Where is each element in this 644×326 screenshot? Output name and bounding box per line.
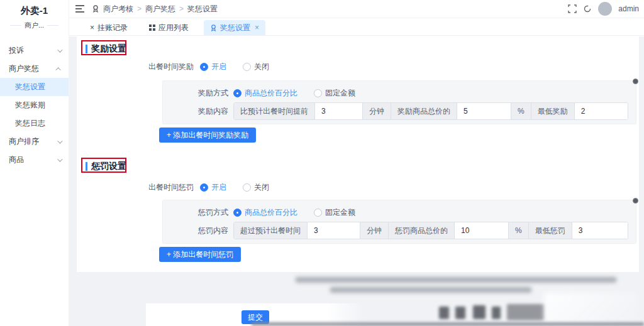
reward-content-label: 奖励内容 (163, 106, 233, 117)
breadcrumb-item[interactable]: 商户奖惩 (145, 4, 175, 14)
reward-percent-addon: 奖励商品总价的 (391, 103, 457, 119)
sidebar-item-reward-period[interactable]: 奖惩账期 (0, 96, 69, 114)
punish-on-label[interactable]: 开启 (211, 182, 226, 193)
sidebar: 外卖-1 商户... 投诉 商户奖惩 奖惩设置 奖惩账期 奖惩日志 商户排序 商… (0, 0, 69, 326)
refresh-icon[interactable] (583, 4, 592, 13)
collapse-sidebar-icon[interactable] (75, 5, 84, 13)
reward-minutes-unit: 分钟 (363, 103, 391, 119)
reward-panel: 奖励方式 商品总价百分比 固定金额 奖励内容 比预计出餐时间提前 分钟 奖励商品… (162, 80, 636, 124)
blurred-watermark (492, 307, 501, 319)
reward-method-percent-label[interactable]: 商品总价百分比 (245, 88, 297, 99)
punish-toggle-label: 出餐时间惩罚 (77, 182, 200, 193)
blurred-highlight (544, 293, 638, 326)
sidebar-item-goods[interactable]: 商品 (0, 151, 69, 169)
punish-method-fixed-label[interactable]: 固定金额 (325, 207, 355, 218)
reward-on-label[interactable]: 开启 (211, 62, 226, 72)
reward-minutes-input[interactable] (315, 103, 363, 119)
punish-on-radio[interactable] (200, 183, 208, 192)
reward-section-title: 奖励设置 (86, 43, 126, 55)
add-reward-button[interactable]: + 添加出餐时间奖励奖励 (159, 128, 256, 143)
reward-method-label: 奖励方式 (163, 88, 233, 99)
username[interactable]: admin (618, 4, 639, 13)
app-subtitle: 商户... (0, 21, 69, 30)
reward-min-input[interactable] (575, 103, 628, 119)
tab-ledger-records[interactable]: × 挂账记录 (84, 20, 134, 35)
reward-on-radio[interactable] (200, 63, 208, 71)
blurred-text-line (330, 287, 531, 293)
punish-method-percent-label[interactable]: 商品总价百分比 (245, 207, 297, 218)
punish-section-title: 惩罚设置 (86, 161, 126, 172)
blurred-watermark (473, 305, 486, 319)
punish-percent-input[interactable] (455, 222, 509, 239)
punish-min-input[interactable] (572, 222, 628, 239)
sidebar-item-merchant-reward-punish[interactable]: 商户奖惩 (0, 60, 69, 78)
punish-percent-addon: 惩罚商品总价的 (389, 222, 455, 239)
punish-prefix-addon: 超过预计出餐时间 (234, 222, 308, 239)
punish-off-label[interactable]: 关闭 (254, 182, 269, 193)
reward-percent-input[interactable] (457, 103, 511, 119)
sidebar-item-reward-log[interactable]: 奖惩日志 (0, 114, 69, 133)
annotation-handle-dot (633, 198, 638, 204)
top-header: 商户考核 > 商户奖惩 > 奖惩设置 admin (69, 0, 644, 18)
app-title: 外卖-1 (0, 0, 69, 17)
reward-min-addon: 最低奖励 (531, 103, 575, 119)
reward-content-row: 奖励内容 比预计出餐时间提前 分钟 奖励商品总价的 % 最低奖励 元 (163, 102, 628, 120)
tab-bar: × 挂账记录 应用列表 奖惩设置 × (69, 18, 644, 36)
punish-method-percent-radio[interactable] (233, 209, 242, 217)
sidebar-item-reward-settings[interactable]: 奖惩设置 (0, 78, 69, 96)
x-icon: × (90, 24, 94, 31)
section-title-bar (86, 162, 87, 171)
chevron-down-icon (57, 138, 62, 143)
punish-percent-unit: % (509, 222, 529, 239)
reward-method-fixed-radio[interactable] (314, 89, 322, 97)
avatar[interactable] (598, 2, 612, 16)
blurred-bottom-band (252, 322, 644, 326)
content-card: 奖励设置 出餐时间奖励 开启 关闭 奖励方式 商品总价百分比 固定金额 奖励内容… (77, 36, 639, 272)
punish-min-addon: 最低惩罚 (529, 222, 572, 239)
breadcrumb-item[interactable]: 奖惩设置 (187, 4, 218, 14)
tab-app-list[interactable]: 应用列表 (143, 20, 195, 35)
reward-percent-unit: % (511, 103, 531, 119)
sidebar-item-merchant-sort[interactable]: 商户排序 (0, 133, 69, 151)
reward-method-percent-radio[interactable] (233, 89, 242, 97)
main-area: 奖励设置 出餐时间奖励 开启 关闭 奖励方式 商品总价百分比 固定金额 奖励内容… (69, 36, 644, 326)
medal-icon (92, 5, 99, 13)
punish-off-radio[interactable] (243, 183, 251, 192)
chevron-up-icon (55, 67, 60, 72)
breadcrumb: 商户考核 > 商户奖惩 > 奖惩设置 (92, 4, 218, 14)
punish-content-row: 惩罚内容 超过预计出餐时间 分钟 惩罚商品总价的 % 最低惩罚 元 (163, 222, 628, 239)
reward-toggle-label: 出餐时间奖励 (77, 62, 200, 72)
add-punish-button[interactable]: + 添加出餐时间惩罚 (159, 247, 241, 262)
blurred-watermark (455, 307, 465, 319)
blurred-text-line (296, 277, 616, 283)
punish-content-label: 惩罚内容 (163, 225, 233, 236)
chevron-down-icon (57, 156, 62, 161)
reward-toggle-row: 出餐时间奖励 开启 关闭 (77, 62, 429, 72)
reward-off-label[interactable]: 关闭 (254, 62, 269, 72)
punish-toggle-row: 出餐时间惩罚 开启 关闭 (77, 182, 429, 193)
punish-panel: 惩罚方式 商品总价百分比 固定金额 惩罚内容 超过预计出餐时间 分钟 惩罚商品总… (162, 200, 636, 244)
punish-minutes-input[interactable] (308, 222, 360, 239)
sidebar-item-complaints[interactable]: 投诉 (0, 41, 69, 60)
fullscreen-icon[interactable] (568, 4, 577, 13)
tab-reward-settings[interactable]: 奖惩设置 × (204, 20, 265, 35)
punish-minutes-unit: 分钟 (360, 222, 389, 239)
punish-method-row: 惩罚方式 商品总价百分比 固定金额 (163, 205, 372, 219)
breadcrumb-item[interactable]: 商户考核 (103, 4, 133, 14)
close-icon[interactable]: × (255, 23, 259, 32)
annotation-handle-dot (633, 79, 638, 84)
blurred-watermark (439, 307, 449, 319)
reward-method-fixed-label[interactable]: 固定金额 (325, 88, 355, 99)
medal-icon (210, 24, 217, 31)
punish-method-fixed-radio[interactable] (314, 209, 322, 217)
breadcrumb-separator: > (179, 4, 184, 13)
grid-icon (149, 24, 155, 31)
chevron-down-icon (57, 47, 62, 52)
reward-off-radio[interactable] (243, 63, 251, 71)
header-actions: admin (568, 2, 639, 16)
reward-input-group: 比预计出餐时间提前 分钟 奖励商品总价的 % 最低奖励 元 (233, 102, 628, 120)
reward-method-row: 奖励方式 商品总价百分比 固定金额 (163, 86, 372, 100)
blurred-watermark (507, 304, 545, 320)
reward-prefix-addon: 比预计出餐时间提前 (234, 103, 315, 119)
sidebar-menu: 投诉 商户奖惩 奖惩设置 奖惩账期 奖惩日志 商户排序 商品 (0, 41, 69, 169)
